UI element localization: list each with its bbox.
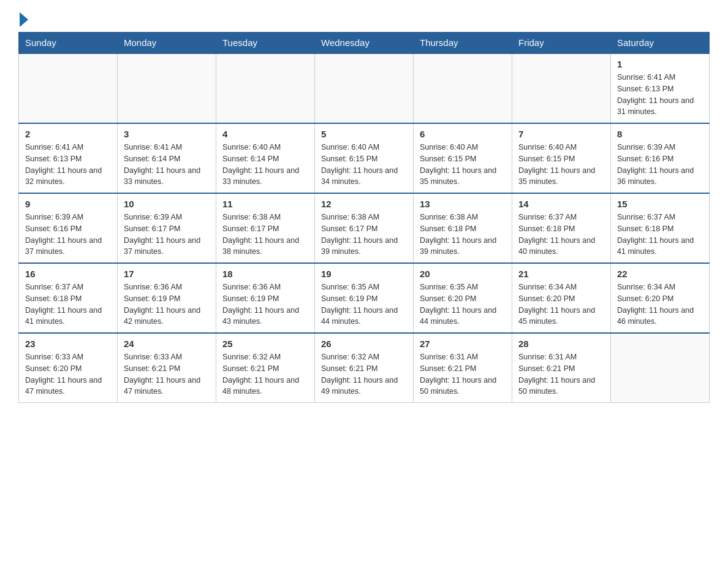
calendar-day-cell: 14Sunrise: 6:37 AM Sunset: 6:18 PM Dayli…: [512, 193, 611, 263]
day-number: 4: [222, 129, 308, 139]
logo: [18, 12, 28, 26]
calendar-week-row: 16Sunrise: 6:37 AM Sunset: 6:18 PM Dayli…: [19, 263, 710, 333]
day-info: Sunrise: 6:34 AM Sunset: 6:20 PM Dayligh…: [518, 282, 604, 327]
day-info: Sunrise: 6:37 AM Sunset: 6:18 PM Dayligh…: [25, 282, 111, 327]
calendar-day-cell: 7Sunrise: 6:40 AM Sunset: 6:15 PM Daylig…: [512, 123, 611, 193]
calendar-day-cell: [315, 53, 414, 123]
day-info: Sunrise: 6:39 AM Sunset: 6:17 PM Dayligh…: [124, 212, 210, 258]
calendar-day-cell: 15Sunrise: 6:37 AM Sunset: 6:18 PM Dayli…: [611, 193, 710, 263]
day-of-week-header: Sunday: [19, 33, 118, 54]
calendar-week-row: 2Sunrise: 6:41 AM Sunset: 6:13 PM Daylig…: [19, 123, 710, 193]
day-info: Sunrise: 6:35 AM Sunset: 6:20 PM Dayligh…: [420, 282, 506, 327]
calendar-day-cell: [216, 53, 315, 123]
day-info: Sunrise: 6:40 AM Sunset: 6:15 PM Dayligh…: [321, 142, 407, 188]
day-info: Sunrise: 6:40 AM Sunset: 6:14 PM Dayligh…: [222, 142, 308, 188]
day-of-week-header: Monday: [118, 33, 216, 54]
day-info: Sunrise: 6:41 AM Sunset: 6:14 PM Dayligh…: [124, 142, 210, 188]
calendar-day-cell: 16Sunrise: 6:37 AM Sunset: 6:18 PM Dayli…: [19, 263, 118, 333]
day-info: Sunrise: 6:31 AM Sunset: 6:21 PM Dayligh…: [518, 351, 604, 397]
day-info: Sunrise: 6:41 AM Sunset: 6:13 PM Dayligh…: [617, 72, 703, 118]
calendar-day-cell: 27Sunrise: 6:31 AM Sunset: 6:21 PM Dayli…: [414, 333, 512, 403]
calendar-week-row: 9Sunrise: 6:39 AM Sunset: 6:16 PM Daylig…: [19, 193, 710, 263]
day-of-week-header: Tuesday: [216, 33, 315, 54]
calendar-day-cell: 10Sunrise: 6:39 AM Sunset: 6:17 PM Dayli…: [118, 193, 216, 263]
calendar-day-cell: 21Sunrise: 6:34 AM Sunset: 6:20 PM Dayli…: [512, 263, 611, 333]
day-info: Sunrise: 6:36 AM Sunset: 6:19 PM Dayligh…: [124, 282, 210, 327]
day-of-week-header: Thursday: [414, 33, 512, 54]
day-info: Sunrise: 6:31 AM Sunset: 6:21 PM Dayligh…: [420, 351, 506, 397]
calendar-day-cell: 19Sunrise: 6:35 AM Sunset: 6:19 PM Dayli…: [315, 263, 414, 333]
day-number: 14: [518, 199, 604, 209]
day-number: 21: [518, 269, 604, 279]
calendar-day-cell: 26Sunrise: 6:32 AM Sunset: 6:21 PM Dayli…: [315, 333, 414, 403]
day-info: Sunrise: 6:41 AM Sunset: 6:13 PM Dayligh…: [25, 142, 111, 188]
day-number: 23: [25, 339, 111, 349]
day-number: 24: [124, 339, 210, 349]
calendar-header-row: SundayMondayTuesdayWednesdayThursdayFrid…: [19, 33, 710, 54]
day-info: Sunrise: 6:33 AM Sunset: 6:20 PM Dayligh…: [25, 351, 111, 397]
calendar-day-cell: [414, 53, 512, 123]
calendar-day-cell: 28Sunrise: 6:31 AM Sunset: 6:21 PM Dayli…: [512, 333, 611, 403]
day-number: 2: [25, 129, 111, 139]
calendar-day-cell: [611, 333, 710, 403]
day-number: 25: [222, 339, 308, 349]
calendar-day-cell: [118, 53, 216, 123]
day-of-week-header: Saturday: [611, 33, 710, 54]
day-of-week-header: Friday: [512, 33, 611, 54]
calendar-day-cell: 13Sunrise: 6:38 AM Sunset: 6:18 PM Dayli…: [414, 193, 512, 263]
day-number: 19: [321, 269, 407, 279]
calendar-day-cell: 6Sunrise: 6:40 AM Sunset: 6:15 PM Daylig…: [414, 123, 512, 193]
day-info: Sunrise: 6:33 AM Sunset: 6:21 PM Dayligh…: [124, 351, 210, 397]
calendar-day-cell: 8Sunrise: 6:39 AM Sunset: 6:16 PM Daylig…: [611, 123, 710, 193]
calendar-day-cell: 3Sunrise: 6:41 AM Sunset: 6:14 PM Daylig…: [118, 123, 216, 193]
day-number: 28: [518, 339, 604, 349]
day-number: 26: [321, 339, 407, 349]
day-info: Sunrise: 6:32 AM Sunset: 6:21 PM Dayligh…: [222, 351, 308, 397]
day-info: Sunrise: 6:37 AM Sunset: 6:18 PM Dayligh…: [518, 212, 604, 258]
calendar-day-cell: [19, 53, 118, 123]
day-info: Sunrise: 6:40 AM Sunset: 6:15 PM Dayligh…: [518, 142, 604, 188]
day-number: 27: [420, 339, 506, 349]
day-of-week-header: Wednesday: [315, 33, 414, 54]
day-info: Sunrise: 6:39 AM Sunset: 6:16 PM Dayligh…: [617, 142, 703, 188]
calendar-day-cell: 5Sunrise: 6:40 AM Sunset: 6:15 PM Daylig…: [315, 123, 414, 193]
calendar-day-cell: 23Sunrise: 6:33 AM Sunset: 6:20 PM Dayli…: [19, 333, 118, 403]
day-number: 12: [321, 199, 407, 209]
day-number: 10: [124, 199, 210, 209]
calendar-day-cell: 24Sunrise: 6:33 AM Sunset: 6:21 PM Dayli…: [118, 333, 216, 403]
calendar-week-row: 23Sunrise: 6:33 AM Sunset: 6:20 PM Dayli…: [19, 333, 710, 403]
day-number: 3: [124, 129, 210, 139]
calendar-day-cell: 17Sunrise: 6:36 AM Sunset: 6:19 PM Dayli…: [118, 263, 216, 333]
calendar-day-cell: 4Sunrise: 6:40 AM Sunset: 6:14 PM Daylig…: [216, 123, 315, 193]
day-info: Sunrise: 6:38 AM Sunset: 6:17 PM Dayligh…: [321, 212, 407, 258]
calendar-table: SundayMondayTuesdayWednesdayThursdayFrid…: [18, 32, 710, 403]
day-number: 18: [222, 269, 308, 279]
day-number: 8: [617, 129, 703, 139]
day-info: Sunrise: 6:34 AM Sunset: 6:20 PM Dayligh…: [617, 282, 703, 327]
day-number: 11: [222, 199, 308, 209]
calendar-day-cell: 25Sunrise: 6:32 AM Sunset: 6:21 PM Dayli…: [216, 333, 315, 403]
calendar-day-cell: 22Sunrise: 6:34 AM Sunset: 6:20 PM Dayli…: [611, 263, 710, 333]
day-info: Sunrise: 6:38 AM Sunset: 6:18 PM Dayligh…: [420, 212, 506, 258]
day-info: Sunrise: 6:38 AM Sunset: 6:17 PM Dayligh…: [222, 212, 308, 258]
day-info: Sunrise: 6:32 AM Sunset: 6:21 PM Dayligh…: [321, 351, 407, 397]
day-number: 20: [420, 269, 506, 279]
day-number: 7: [518, 129, 604, 139]
day-info: Sunrise: 6:40 AM Sunset: 6:15 PM Dayligh…: [420, 142, 506, 188]
calendar-day-cell: 12Sunrise: 6:38 AM Sunset: 6:17 PM Dayli…: [315, 193, 414, 263]
logo-arrow-icon: [20, 12, 28, 27]
day-info: Sunrise: 6:37 AM Sunset: 6:18 PM Dayligh…: [617, 212, 703, 258]
calendar-day-cell: 2Sunrise: 6:41 AM Sunset: 6:13 PM Daylig…: [19, 123, 118, 193]
calendar-day-cell: 20Sunrise: 6:35 AM Sunset: 6:20 PM Dayli…: [414, 263, 512, 333]
day-info: Sunrise: 6:36 AM Sunset: 6:19 PM Dayligh…: [222, 282, 308, 327]
day-number: 6: [420, 129, 506, 139]
day-number: 15: [617, 199, 703, 209]
page-header: [18, 12, 710, 26]
day-number: 9: [25, 199, 111, 209]
day-info: Sunrise: 6:39 AM Sunset: 6:16 PM Dayligh…: [25, 212, 111, 258]
calendar-week-row: 1Sunrise: 6:41 AM Sunset: 6:13 PM Daylig…: [19, 53, 710, 123]
day-number: 5: [321, 129, 407, 139]
calendar-day-cell: [512, 53, 611, 123]
calendar-day-cell: 11Sunrise: 6:38 AM Sunset: 6:17 PM Dayli…: [216, 193, 315, 263]
day-number: 13: [420, 199, 506, 209]
